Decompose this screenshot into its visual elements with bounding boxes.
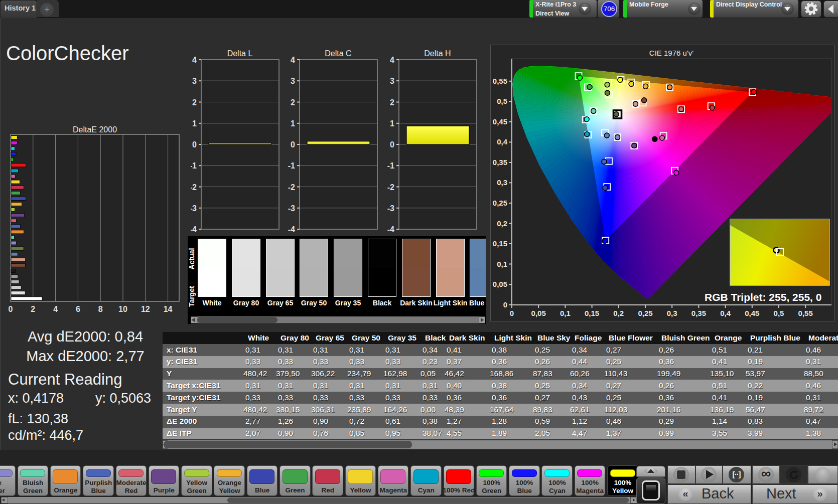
svg-text:0,4: 0,4 [497, 137, 508, 146]
svg-text:1: 1 [192, 119, 197, 128]
svg-text:4: 4 [192, 56, 197, 64]
svg-text:2: 2 [192, 98, 197, 107]
svg-text:0: 0 [192, 140, 197, 149]
svg-text:0: 0 [510, 309, 514, 317]
svg-text:8: 8 [98, 305, 103, 313]
svg-text:-1: -1 [191, 161, 197, 170]
svg-text:-1: -1 [288, 161, 295, 170]
svg-text:0: 0 [9, 305, 13, 313]
svg-text:4: 4 [291, 56, 295, 64]
svg-text:3: 3 [192, 77, 197, 85]
svg-text:0,3: 0,3 [497, 178, 507, 187]
svg-text:0,15: 0,15 [493, 239, 507, 248]
svg-text:0,25: 0,25 [493, 199, 507, 207]
svg-text:2: 2 [291, 98, 295, 107]
svg-text:0,4: 0,4 [720, 309, 731, 317]
svg-text:-2: -2 [387, 183, 394, 192]
svg-text:0,25: 0,25 [638, 309, 652, 317]
svg-text:-4: -4 [191, 225, 197, 234]
svg-text:0,55: 0,55 [798, 309, 813, 317]
svg-text:RGB Triplet: 255, 255, 0: RGB Triplet: 255, 255, 0 [705, 291, 821, 303]
svg-text:0,15: 0,15 [585, 309, 599, 317]
svg-text:0,05: 0,05 [531, 309, 546, 317]
svg-text:0,2: 0,2 [497, 219, 507, 228]
svg-text:Delta L: Delta L [227, 49, 253, 58]
svg-text:0,55: 0,55 [493, 77, 507, 85]
svg-text:0,5: 0,5 [497, 97, 507, 105]
svg-text:1: 1 [291, 119, 295, 128]
svg-text:0,1: 0,1 [497, 260, 507, 268]
svg-text:3: 3 [390, 77, 394, 85]
svg-text:Delta C: Delta C [325, 49, 351, 58]
svg-text:2: 2 [31, 305, 35, 313]
svg-text:6: 6 [76, 305, 80, 313]
svg-text:-2: -2 [288, 183, 295, 192]
svg-text:1: 1 [390, 119, 394, 128]
svg-text:-1: -1 [387, 161, 394, 170]
svg-text:-4: -4 [387, 225, 394, 234]
svg-text:0,2: 0,2 [613, 309, 624, 317]
svg-text:0,45: 0,45 [745, 309, 759, 317]
svg-text:4: 4 [53, 305, 58, 313]
svg-text:CIE 1976 u'v': CIE 1976 u'v' [649, 49, 693, 57]
svg-text:0,5: 0,5 [774, 309, 784, 317]
svg-text:14: 14 [164, 305, 173, 313]
svg-text:-3: -3 [191, 204, 197, 213]
svg-text:12: 12 [141, 305, 150, 313]
svg-text:DeltaE 2000: DeltaE 2000 [73, 125, 117, 134]
svg-text:10: 10 [118, 305, 127, 313]
svg-text:0,3: 0,3 [667, 309, 677, 317]
svg-text:3: 3 [291, 77, 295, 85]
svg-text:-3: -3 [288, 204, 295, 213]
svg-text:0,35: 0,35 [691, 309, 706, 317]
svg-text:-4: -4 [288, 225, 295, 234]
svg-text:Delta H: Delta H [424, 49, 451, 58]
svg-text:0,35: 0,35 [493, 158, 507, 166]
svg-text:0: 0 [503, 300, 507, 309]
svg-text:0: 0 [390, 140, 394, 149]
svg-text:2: 2 [390, 98, 394, 107]
svg-text:4: 4 [390, 56, 394, 64]
svg-text:0: 0 [291, 140, 295, 149]
svg-text:0,1: 0,1 [560, 309, 571, 317]
svg-text:-3: -3 [387, 204, 394, 213]
svg-text:0,05: 0,05 [493, 280, 507, 288]
svg-text:0,45: 0,45 [493, 117, 507, 126]
svg-text:-2: -2 [191, 183, 197, 192]
